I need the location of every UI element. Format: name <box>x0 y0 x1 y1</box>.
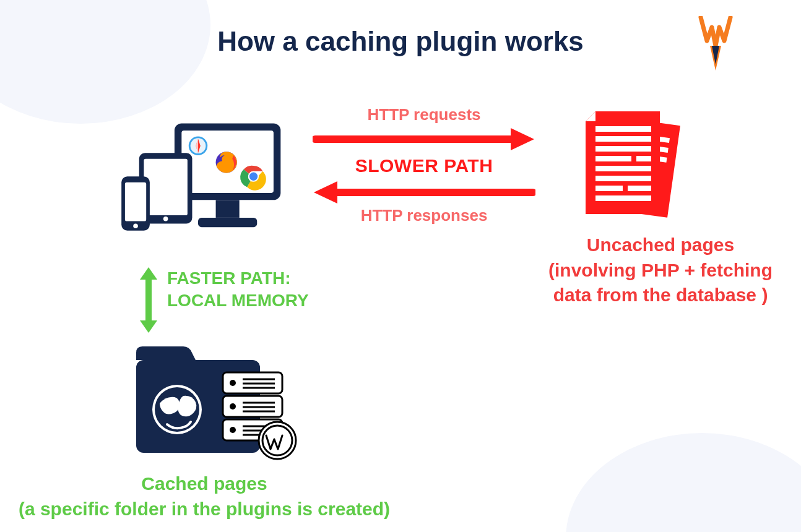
wp-rocket-logo-icon <box>698 16 733 72</box>
faster-line2: LOCAL MEMORY <box>167 291 309 310</box>
http-requests-label: HTTP requests <box>310 105 539 124</box>
svg-rect-26 <box>595 156 631 161</box>
svg-rect-28 <box>595 166 651 171</box>
svg-point-54 <box>259 422 296 459</box>
faster-line1: FASTER PATH: <box>167 268 291 288</box>
svg-rect-29 <box>595 176 651 181</box>
svg-rect-27 <box>636 156 651 161</box>
background-blob-top-left <box>0 0 210 124</box>
page-title: How a caching plugin works <box>217 26 584 57</box>
arrow-left-icon <box>313 180 535 205</box>
folder-cache-icon <box>130 341 303 465</box>
svg-rect-25 <box>595 146 651 152</box>
svg-point-9 <box>133 223 138 228</box>
uncached-pages-label: Uncached pages (involving PHP + fetching… <box>527 233 794 308</box>
uncached-line1: Uncached pages <box>587 234 734 255</box>
slower-path-label: SLOWER PATH <box>310 155 539 176</box>
http-responses-label: HTTP responses <box>310 206 539 225</box>
background-blob-bottom-right <box>566 433 801 532</box>
devices-icon <box>105 118 291 241</box>
svg-point-6 <box>163 217 168 221</box>
documents-icon <box>569 105 693 223</box>
arrow-updown-icon <box>137 266 160 334</box>
cached-line2: (a specific folder in the plugins is cre… <box>19 499 390 519</box>
uncached-line2: (involving PHP + fetching <box>548 260 773 280</box>
svg-rect-2 <box>216 200 240 218</box>
arrow-right-icon <box>313 127 535 152</box>
svg-point-50 <box>230 427 236 433</box>
faster-path-label: FASTER PATH: LOCAL MEMORY <box>167 267 309 312</box>
svg-rect-8 <box>125 182 146 221</box>
svg-marker-35 <box>140 320 157 333</box>
svg-rect-32 <box>595 195 651 201</box>
svg-marker-17 <box>511 128 534 150</box>
slower-path-group: HTTP requests SLOWER PATH HTTP responses <box>310 105 539 225</box>
svg-rect-24 <box>595 136 651 142</box>
svg-rect-31 <box>628 186 651 191</box>
svg-rect-5 <box>144 159 187 215</box>
cached-line1: Cached pages <box>141 473 267 494</box>
cached-pages-label: Cached pages (a specific folder in the p… <box>12 471 396 521</box>
uncached-line3: data from the database ) <box>553 285 768 305</box>
svg-point-46 <box>230 403 236 410</box>
svg-rect-3 <box>198 218 257 227</box>
svg-marker-19 <box>314 181 337 204</box>
svg-point-42 <box>230 380 236 386</box>
svg-rect-30 <box>595 186 623 191</box>
svg-rect-23 <box>595 126 651 132</box>
